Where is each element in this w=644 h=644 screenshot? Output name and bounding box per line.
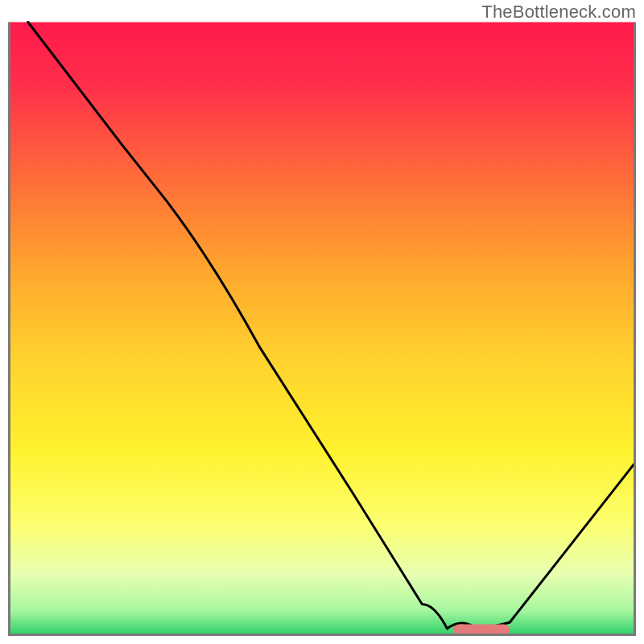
- chart-svg: [8, 21, 636, 636]
- bottleneck-chart: [8, 21, 636, 636]
- gradient-background: [10, 23, 635, 635]
- watermark-text: TheBottleneck.com: [481, 2, 636, 23]
